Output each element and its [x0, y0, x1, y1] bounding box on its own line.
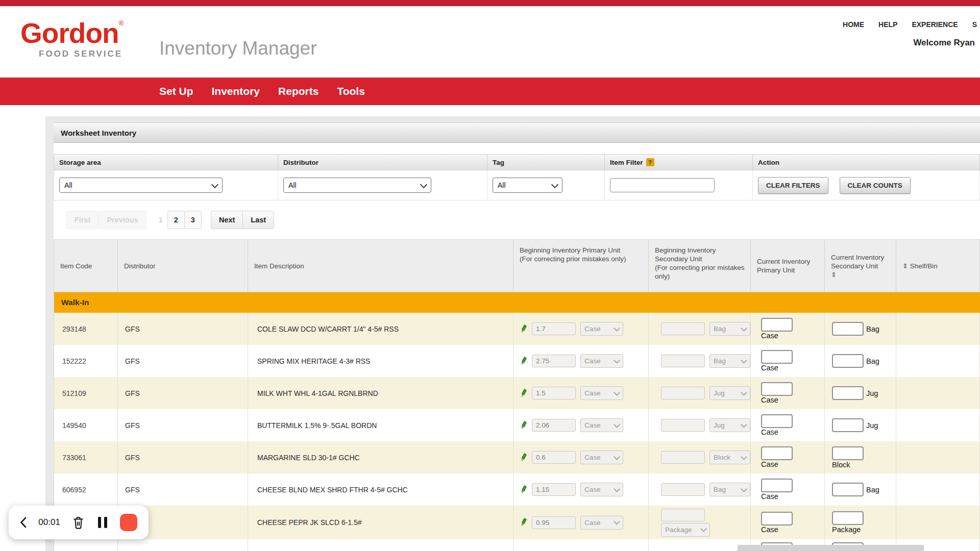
current-primary-input[interactable]	[761, 414, 793, 428]
tag-select[interactable]: All	[493, 178, 562, 193]
beginning-primary-cell: Case	[513, 409, 649, 441]
worksheet-panel: Worksheet Inventory Storage area Distrib…	[54, 122, 980, 551]
table-row: 152222 GFS SPRING MIX HERITAGE 4-3# RSS …	[54, 345, 980, 377]
unit-label: Jug	[866, 421, 878, 430]
edit-pencil-icon[interactable]	[520, 389, 527, 398]
current-secondary-input[interactable]	[832, 418, 864, 432]
current-primary-input[interactable]	[761, 318, 793, 332]
top-accent-bar	[0, 0, 980, 6]
col-header-current-secondary[interactable]: Current Inventory Secondary Unit ⇕	[825, 240, 896, 292]
sort-icon[interactable]: ⇕	[831, 271, 837, 279]
chevron-down-icon	[741, 389, 747, 396]
unit-value: Jug	[714, 389, 725, 397]
horizontal-scrollbar[interactable]	[738, 545, 924, 551]
beginning-primary-input	[532, 419, 576, 432]
unit-value: Jug	[714, 421, 725, 429]
beginning-secondary-input	[661, 483, 705, 496]
current-primary-input[interactable]	[761, 382, 793, 396]
menu-inventory[interactable]: Inventory	[212, 85, 260, 97]
trash-icon[interactable]	[72, 516, 85, 530]
pause-icon[interactable]	[97, 516, 108, 529]
filter-header-action: Action	[753, 154, 980, 170]
chevron-left-icon[interactable]	[20, 517, 27, 528]
distributor: GFS	[118, 473, 248, 506]
distributor: GFS	[118, 313, 248, 345]
topnav-link-clipped[interactable]: S	[972, 20, 977, 29]
beginning-secondary-unit-select: Package	[661, 523, 710, 537]
edit-pencil-icon[interactable]	[520, 453, 527, 462]
recording-toolbar: 00:01	[9, 506, 149, 539]
col-header-item-description: Item Description	[248, 240, 513, 292]
current-secondary-input[interactable]	[832, 511, 864, 525]
beginning-primary-unit-select: Case	[580, 483, 623, 496]
current-primary-input[interactable]	[761, 350, 793, 364]
chevron-down-icon	[614, 454, 620, 460]
menu-reports[interactable]: Reports	[278, 85, 318, 97]
edit-pencil-icon[interactable]	[520, 421, 527, 430]
panel-title: Worksheet Inventory	[54, 122, 980, 143]
table-row: 512109 GFS MILK WHT WHL 4-1GAL RGNLBRND …	[54, 377, 980, 409]
clear-counts-button[interactable]: CLEAR COUNTS	[840, 177, 911, 194]
item-code: 512109	[54, 377, 118, 409]
beginning-primary-unit-select: Case	[580, 322, 623, 336]
section-header-walk-in: Walk-In	[54, 292, 980, 313]
beginning-secondary-cell: Bag	[649, 313, 751, 345]
pagination-next[interactable]: Next	[211, 211, 243, 229]
help-icon[interactable]: ?	[646, 158, 654, 166]
unit-label: Case	[761, 332, 778, 340]
beginning-secondary-input	[661, 355, 705, 367]
current-primary-cell: Case	[751, 473, 825, 506]
chevron-down-icon	[551, 181, 558, 188]
current-primary-input[interactable]	[761, 512, 793, 525]
item-code	[54, 539, 118, 551]
edit-pencil-icon[interactable]	[520, 324, 527, 334]
clear-filters-button[interactable]: CLEAR FILTERS	[758, 177, 828, 194]
unit-label: Case	[761, 460, 778, 468]
beginning-primary-cell: Case	[513, 345, 649, 377]
current-secondary-input[interactable]	[832, 483, 864, 496]
edit-pencil-icon[interactable]	[520, 357, 527, 366]
unit-value: Case	[584, 357, 601, 365]
item-code: 152222	[54, 345, 118, 377]
menu-set-up[interactable]: Set Up	[159, 85, 193, 97]
pagination-page-2[interactable]: 2	[167, 211, 185, 229]
content-frame: Worksheet Inventory Storage area Distrib…	[45, 116, 980, 551]
table-row: 733061 GFS MARGARINE SLD 30-1# GCHC Case	[54, 441, 980, 473]
chevron-down-icon	[614, 518, 620, 525]
edit-pencil-icon[interactable]	[520, 518, 527, 527]
topnav-link-help[interactable]: HELP	[878, 20, 897, 29]
beginning-secondary-cell: Bag	[649, 473, 751, 506]
beginning-primary-unit-select: Case	[580, 418, 623, 432]
menu-tools[interactable]: Tools	[337, 85, 364, 97]
item-code: 606952	[54, 473, 118, 506]
filter-header-item-filter: Item Filter ?	[605, 154, 753, 170]
current-secondary-input[interactable]	[832, 446, 864, 460]
item-description: COLE SLAW DCD W/CARRT 1/4" 4-5# RSS	[248, 313, 513, 345]
col-header-shelf-bin[interactable]: ⇕ Shelf/Bin	[896, 240, 980, 292]
beginning-secondary-unit-select: Block	[709, 450, 750, 464]
sort-icon[interactable]: ⇕	[902, 262, 908, 270]
current-primary-cell: Case	[751, 345, 825, 377]
col-header-distributor: Distributor	[118, 240, 248, 292]
storage-area-select[interactable]: All	[59, 178, 223, 193]
selected-value: All	[64, 181, 72, 189]
current-primary-input[interactable]	[761, 446, 793, 460]
topnav-link-experience[interactable]: EXPERIENCE	[912, 20, 958, 29]
beginning-primary-input	[532, 355, 576, 367]
current-secondary-input[interactable]	[832, 322, 864, 336]
current-primary-input[interactable]	[761, 479, 793, 492]
pagination-last[interactable]: Last	[242, 211, 274, 229]
current-secondary-input[interactable]	[832, 354, 864, 368]
topnav-link-home[interactable]: HOME	[843, 20, 864, 29]
current-secondary-input[interactable]	[832, 386, 864, 400]
edit-pencil-icon[interactable]	[520, 485, 527, 494]
stop-record-button[interactable]	[120, 514, 137, 531]
item-filter-input[interactable]	[610, 178, 715, 192]
pagination-page-3[interactable]: 3	[184, 211, 202, 229]
unit-value: Case	[584, 486, 601, 493]
distributor-select[interactable]: All	[283, 178, 431, 193]
chevron-down-icon	[741, 454, 747, 460]
top-nav-links: HOME HELP EXPERIENCE S	[843, 20, 977, 29]
beginning-secondary-cell	[649, 539, 751, 551]
unit-label: Case	[761, 396, 778, 404]
